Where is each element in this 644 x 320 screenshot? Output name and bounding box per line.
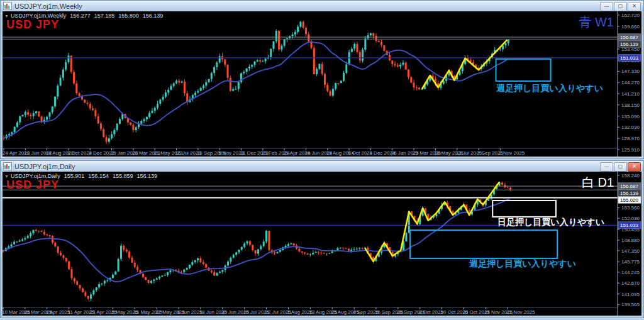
annotation-text[interactable]: 日足押し目買い入りやすい xyxy=(497,217,604,228)
window-title: USDJPY.oj1m,Weekly xyxy=(14,3,82,10)
price-tick-label: 153.560 xyxy=(621,205,640,211)
price-tick-label: 158.240 xyxy=(621,173,640,179)
date-tick-label: 8 Oct 2025 xyxy=(419,309,444,315)
zigzag-line[interactable] xyxy=(422,40,507,89)
close-button[interactable]: ✕ xyxy=(628,162,641,172)
ohlc-low: 155.800 xyxy=(118,13,139,19)
price-tick-label: 147.330 xyxy=(621,69,640,74)
titlebar-weekly[interactable]: USDJPY.oj1m,Weekly — ▢ ✕ xyxy=(1,1,643,11)
collapse-triangle-icon[interactable]: ▼ xyxy=(4,14,9,18)
maximize-button[interactable]: ▢ xyxy=(614,162,627,172)
ohlc-close: 156.139 xyxy=(143,13,164,19)
plot-area[interactable] xyxy=(3,182,618,301)
ohlc-low: 155.859 xyxy=(113,173,133,179)
ohlc-high: 157.185 xyxy=(94,13,115,19)
date-tick-label: 21 Nov 2025 xyxy=(506,309,535,315)
annotation-rect[interactable] xyxy=(496,59,550,81)
weekly-chart-canvas[interactable]: 週足押し目買い入りやすい162.720159.660153.450150.390… xyxy=(3,11,641,157)
ohlc-open: 156.277 xyxy=(70,13,91,19)
chart-client-daily: ▼USDJPY.oj1m,Daily155.901156.154155.8591… xyxy=(3,172,641,316)
price-tick-label: 152.030 xyxy=(621,216,640,221)
maximize-button[interactable]: ▢ xyxy=(614,2,627,11)
date-tick-label: 1 Apr 2025 xyxy=(46,309,70,315)
price-tick-label: 144.245 xyxy=(621,270,640,275)
watermark-usdjpy: USD JPY xyxy=(6,179,59,192)
ohlc-high: 156.154 xyxy=(88,173,109,179)
price-tick-label: 148.880 xyxy=(621,238,640,243)
price-box-label: 151.033 xyxy=(620,55,638,61)
moving-average-line xyxy=(3,199,511,282)
daily-chart-canvas[interactable]: 日足押し目買い入りやすい週足押し目買い入りやすい158.240153.56015… xyxy=(3,172,641,316)
price-box-label: 155.020 xyxy=(620,197,638,203)
ohlc-close: 156.139 xyxy=(136,173,157,179)
collapse-triangle-icon[interactable]: ▼ xyxy=(4,174,9,179)
price-tick-label: 128.970 xyxy=(621,136,640,141)
date-axis[interactable]: 24 Apr 202219 Jun 202214 Aug 20229 Oct 2… xyxy=(3,148,618,156)
price-tick-label: 141.095 xyxy=(621,292,640,297)
price-box-label: 156.687 xyxy=(620,35,638,40)
price-box-label: 156.139 xyxy=(620,41,638,47)
close-button[interactable]: ✕ xyxy=(628,2,641,11)
price-tick-label: 125.910 xyxy=(621,147,640,153)
titlebar-daily[interactable]: USDJPY.oj1m,Daily — ▢ ✕ xyxy=(1,161,643,172)
timeframe-label-w1: 青 W1 xyxy=(579,14,614,31)
date-tick-label: 2 Nov 2025 xyxy=(499,150,525,156)
candles xyxy=(3,182,511,301)
annotation-text[interactable]: 週足押し目買い入りやすい xyxy=(469,258,576,269)
price-box-label: 151.033 xyxy=(620,223,638,228)
window-title: USDJPY.oj1m,Daily xyxy=(14,163,75,170)
watermark-usdjpy: USD JPY xyxy=(6,18,59,31)
chart-app-icon xyxy=(3,2,12,10)
price-box-label: 156.139 xyxy=(620,190,638,196)
timeframe-label-d1: 白 D1 xyxy=(582,174,614,191)
annotation-rect[interactable] xyxy=(410,230,557,258)
price-tick-label: 132.030 xyxy=(621,124,640,130)
minimize-button[interactable]: — xyxy=(600,162,613,172)
price-tick-label: 162.720 xyxy=(621,13,640,18)
zigzag-line[interactable] xyxy=(365,182,500,262)
annotation-rect[interactable] xyxy=(492,201,556,217)
price-tick-label: 144.270 xyxy=(621,80,640,86)
price-tick-label: 145.775 xyxy=(621,259,640,265)
price-tick-label: 142.670 xyxy=(621,280,640,286)
price-axis[interactable]: 162.720159.660153.450150.390147.330144.2… xyxy=(618,11,641,157)
chart-client-weekly: ▼USDJPY.oj1m,Weekly156.277157.185155.800… xyxy=(3,11,641,157)
price-tick-label: 138.150 xyxy=(621,102,640,108)
chart-app-icon xyxy=(3,162,12,170)
price-tick-label: 135.090 xyxy=(621,114,640,119)
price-axis[interactable]: 158.240153.560152.030150.455148.880147.3… xyxy=(618,172,641,316)
price-tick-label: 141.210 xyxy=(621,91,640,97)
price-box-label: 156.687 xyxy=(620,184,638,189)
price-tick-label: 159.660 xyxy=(621,24,640,30)
annotation-text[interactable]: 週足押し目買い入りやすい xyxy=(496,83,603,94)
window-daily: USDJPY.oj1m,Daily — ▢ ✕ ▼USDJPY.oj1m,Dai… xyxy=(0,160,644,318)
window-weekly: USDJPY.oj1m,Weekly — ▢ ✕ ▼USDJPY.oj1m,We… xyxy=(0,0,644,159)
moving-average-line xyxy=(4,41,508,138)
minimize-button[interactable]: — xyxy=(600,2,613,11)
ohlc-open: 155.901 xyxy=(64,173,85,179)
price-tick-label: 139.565 xyxy=(621,302,640,307)
price-tick-label: 147.350 xyxy=(621,248,640,254)
date-axis[interactable]: 10 Mar 202520 Mar 20251 Apr 202511 Apr 2… xyxy=(3,307,618,315)
